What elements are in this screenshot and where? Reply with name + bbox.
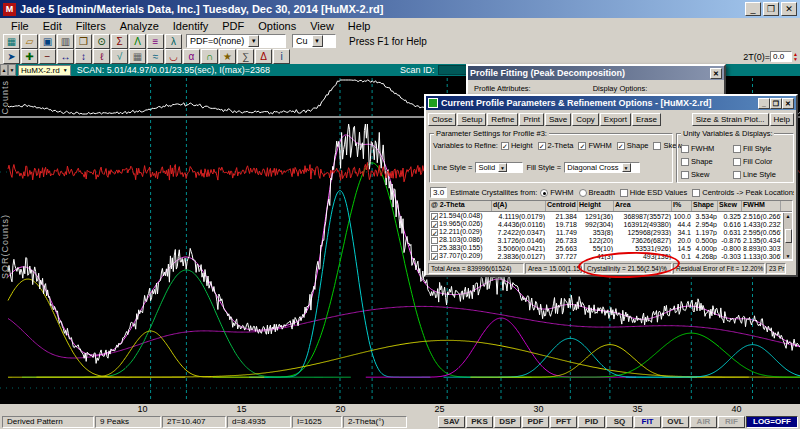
row-checkbox[interactable]: ✓ [431,213,438,220]
row-checkbox[interactable]: ✓ [431,221,438,228]
summation-icon[interactable]: ∑ [237,49,254,64]
refine-shape-checkbox[interactable]: ✓ [617,142,625,150]
chevron-down-icon[interactable]: ▼ [312,35,323,47]
full-scale-icon[interactable]: ↔ [57,49,74,64]
chevron-down-icon[interactable]: ▼ [498,163,507,172]
profile-row[interactable]: ✓12.211(0.029)7.2422(0.0347)11.749353(8)… [430,228,792,236]
refine-2-theta[interactable]: ✓2-Theta [538,141,574,150]
copy-button[interactable]: Copy [572,113,599,126]
vertical-scale-icon[interactable]: ↕ [75,49,92,64]
help-button[interactable]: Help [770,113,794,126]
close-button[interactable]: ✕ [781,2,797,16]
smooth-icon[interactable]: ≈ [147,49,164,64]
unity-fwhm[interactable]: FWHM [681,142,728,155]
unity-shape[interactable]: Shape [681,155,728,168]
estimate-breadth-radio[interactable] [579,189,587,197]
zoom-icon[interactable]: ⊙ [93,34,110,49]
refine-fwhm[interactable]: ✓FWHM [578,141,611,150]
menu-edit[interactable]: Edit [36,19,69,33]
scroll-down-icon[interactable]: ▼ [786,253,791,259]
dialog-titlebar[interactable]: Profile Fitting (Peak Decomposition) ✕ [468,66,724,80]
column-header[interactable]: Skew [718,201,742,211]
anode-combo[interactable]: Cu ▼ [292,34,336,48]
unity-line-style[interactable]: Line Style [733,168,786,181]
menu-identify[interactable]: Identify [166,19,215,33]
mode-button-pid[interactable]: PID [578,416,605,428]
scroll-down-icon[interactable]: ▼ [8,64,16,76]
row-checkbox[interactable]: ✓ [431,229,438,236]
mode-button-dsp[interactable]: DSP [494,416,521,428]
line-style-combo[interactable]: Solid ▼ [475,162,523,173]
mode-button-fit[interactable]: FIT [634,416,661,428]
checkbox-icon[interactable] [692,189,700,197]
two-theta-zero-input[interactable]: 0.0 [770,51,792,62]
row-checkbox[interactable] [431,237,438,244]
scroll-up-icon[interactable]: ▲ [786,213,791,219]
save-button[interactable]: Save [545,113,571,126]
refine-height-checkbox[interactable]: ✓ [501,142,509,150]
unity-fill-color-checkbox[interactable] [733,158,741,166]
column-header[interactable]: @ 2-Theta [430,201,492,211]
column-header[interactable]: Shape [692,201,718,211]
refine-2-theta-checkbox[interactable]: ✓ [538,142,546,150]
dialog-close-button[interactable]: ✕ [782,98,794,109]
pdf-overlay-icon[interactable]: ≡ [147,34,164,49]
kalpha-strip-icon[interactable]: α [183,49,200,64]
chevron-down-icon[interactable]: ▼ [63,67,68,73]
column-header[interactable]: FWHM [742,201,781,211]
sqrt-scale-icon[interactable]: √ [111,49,128,64]
close-button[interactable]: Close [428,113,456,126]
refine-fwhm-checkbox[interactable]: ✓ [578,142,586,150]
dialog-close-button[interactable]: ✕ [710,68,722,79]
column-header[interactable]: Area [614,201,672,211]
peak-id-icon[interactable]: Λ [129,34,146,49]
mode-button-log-off[interactable]: LOG=OFF [746,416,798,428]
dialog-titlebar[interactable]: Current Profile Parameters & Refinement … [426,96,796,110]
save-file-icon[interactable]: ▣ [39,34,56,49]
info-icon[interactable]: i [273,49,290,64]
erase-button[interactable]: Erase [632,113,661,126]
column-header[interactable]: I% [672,201,692,211]
chevron-down-icon[interactable]: ▼ [622,163,631,172]
unity-fill-style-checkbox[interactable] [733,145,741,153]
search-match-icon[interactable]: ★ [219,49,236,64]
column-header[interactable]: Height [578,201,614,211]
pointer-icon[interactable]: ➤ [3,49,20,64]
spin-down-icon[interactable]: ▼ [793,57,798,62]
unity-fill-color[interactable]: Fill Color [733,155,786,168]
centroids-option[interactable]: Centroids -> Peak Locations [692,188,794,197]
background-fit-icon[interactable]: ◡ [165,49,182,64]
dialog-maximize-button[interactable]: ❐ [770,98,782,109]
row-checkbox[interactable] [431,245,438,252]
copy-icon[interactable]: ❐ [75,34,92,49]
profile-row[interactable]: 28.103(0.086)3.1726(0.0146)26.733122(20)… [430,236,792,244]
mode-button-pdf[interactable]: PDF [522,416,549,428]
size-strain-plot-button[interactable]: Size & Strain Plot... [692,113,769,126]
table-scrollbar[interactable]: ▲ ▼ [783,213,792,259]
menu-analyze[interactable]: Analyze [113,19,166,33]
scrollbar-thumb[interactable] [785,229,792,243]
mode-button-ovl[interactable]: OVL [662,416,689,428]
mode-button-pft[interactable]: PFT [550,416,577,428]
column-header[interactable]: Centroid [546,201,578,211]
print-icon[interactable]: ▥ [57,34,74,49]
estimate-breadth[interactable]: Breadth [579,188,615,197]
dialog-minimize-button[interactable]: _ [758,98,770,109]
crystallite-constant-input[interactable]: 3.0 [430,187,447,198]
refine-height[interactable]: ✓Height [501,141,533,150]
profile-row[interactable]: ✓19.965(0.026)4.4436(0.0116)19.718992(30… [430,220,792,228]
window-titlebar[interactable]: M Jade 5 [admin/Materials Data, Inc.] Tu… [0,0,800,18]
hide-esd-option[interactable]: Hide ESD Values [620,188,687,197]
menu-filters[interactable]: Filters [69,19,113,33]
pdf-overlay-combo[interactable]: PDF=0(none) ▼ [186,34,286,48]
profile-fit-icon[interactable]: ∩ [201,49,218,64]
mode-button-sav[interactable]: SAV [438,416,465,428]
menu-options[interactable]: Options [251,19,303,33]
unity-fwhm-checkbox[interactable] [681,145,689,153]
zoom-in-icon[interactable]: ✚ [21,49,38,64]
checkbox-icon[interactable] [620,189,628,197]
log-scale-icon[interactable]: ℓ [93,49,110,64]
estimate-fwhm[interactable]: FWHM [540,188,573,197]
mode-button-pks[interactable]: PKS [466,416,493,428]
setup-button[interactable]: Setup [457,113,486,126]
